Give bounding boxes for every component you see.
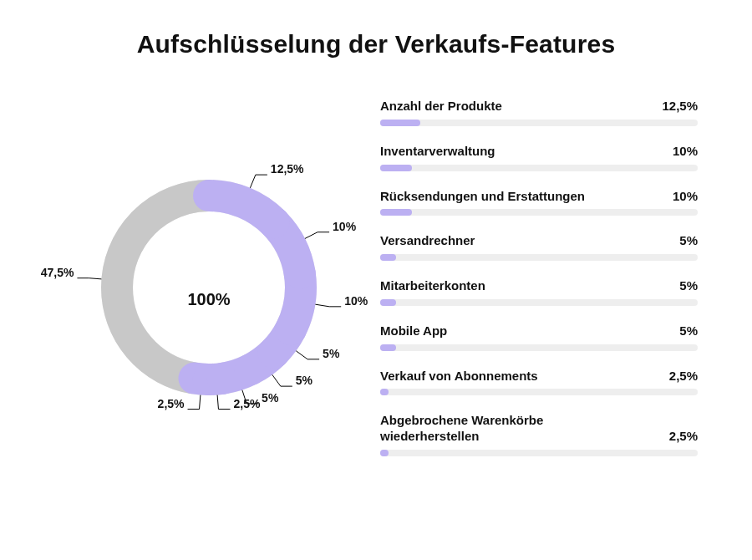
donut-slice-label: 47,5% xyxy=(41,266,74,279)
legend-row: Mobile App5% xyxy=(380,323,698,351)
legend-row: Versandrechner5% xyxy=(380,233,698,261)
legend-label: Versandrechner xyxy=(380,233,475,249)
legend-label: Mitarbeiterkonten xyxy=(380,278,485,294)
legend-bar xyxy=(380,389,698,395)
donut-slice-label: 10% xyxy=(333,220,356,233)
legend-percent: 5% xyxy=(679,233,698,249)
donut-slice-label: 5% xyxy=(323,347,339,360)
legend-percent: 5% xyxy=(679,323,698,339)
donut-slice-label: 2,5% xyxy=(158,397,185,410)
legend-row: Mitarbeiterkonten5% xyxy=(380,278,698,306)
legend-bar xyxy=(380,120,698,126)
legend-bar xyxy=(380,450,698,456)
legend-percent: 10% xyxy=(673,189,698,205)
legend-row: Verkauf von Abonnements2,5% xyxy=(380,369,698,396)
legend-row: Inventarverwaltung10% xyxy=(380,144,698,171)
legend-percent: 12,5% xyxy=(662,99,698,115)
legend-label: Inventarverwaltung xyxy=(380,144,495,160)
legend-label: Abgebrochene Warenkörbe wiederherstellen xyxy=(380,413,631,445)
donut-slice-label: 12,5% xyxy=(271,162,304,176)
legend-row: Rücksendungen und Erstattungen10% xyxy=(380,189,698,216)
donut-slice-label: 5% xyxy=(262,391,278,405)
legend-bar xyxy=(380,254,698,261)
legend-bar xyxy=(380,299,698,306)
legend-percent: 5% xyxy=(679,278,698,294)
donut-slice-label: 10% xyxy=(344,294,368,308)
legend-percent: 2,5% xyxy=(669,429,698,445)
legend-label: Rücksendungen und Erstattungen xyxy=(380,189,585,205)
legend-percent: 10% xyxy=(673,144,698,160)
donut-slice-label: 2,5% xyxy=(233,397,260,410)
legend-row: Anzahl der Produkte12,5% xyxy=(380,99,698,126)
donut-center-value: 100% xyxy=(187,290,230,309)
legend-list: Anzahl der Produkte12,5%Inventarverwaltu… xyxy=(380,99,698,456)
legend-label: Anzahl der Produkte xyxy=(380,99,502,115)
chart-title: Aufschlüsselung der Verkaufs-Features xyxy=(0,30,752,59)
legend-label: Mobile App xyxy=(380,323,447,339)
legend-bar xyxy=(380,209,698,216)
legend-bar xyxy=(380,344,698,351)
legend-row: Abgebrochene Warenkörbe wiederherstellen… xyxy=(380,413,698,456)
donut-slice-label: 5% xyxy=(296,374,312,387)
legend-label: Verkauf von Abonnements xyxy=(380,369,538,384)
legend-percent: 2,5% xyxy=(669,369,698,384)
legend-bar xyxy=(380,165,698,171)
donut-chart: 100% 12,5%10%10%5%5%5%2,5%2,5%47,5% xyxy=(75,109,343,493)
